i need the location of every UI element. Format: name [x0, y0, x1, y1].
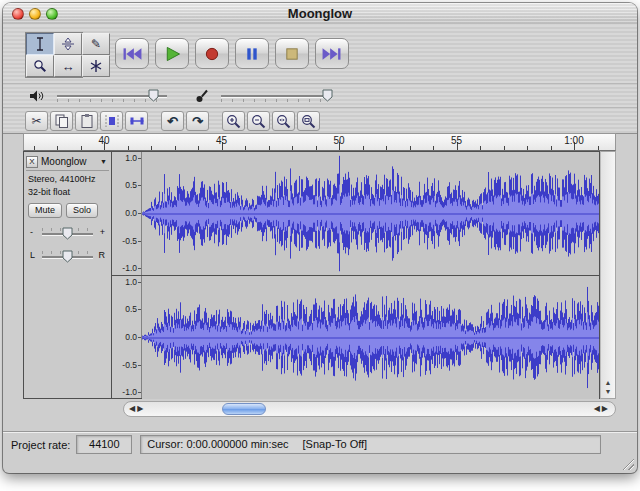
timeshift-tool-button[interactable]: ↔ [54, 55, 82, 77]
skip-to-start-icon [116, 39, 148, 69]
mute-button[interactable]: Mute [28, 203, 62, 218]
status-bar: Project rate: 44100 Cursor: 0:00.000000 … [3, 431, 637, 457]
solo-button[interactable]: Solo [66, 203, 98, 218]
ruler-tick [363, 146, 364, 150]
edit-toolbar: ✂ [3, 107, 637, 134]
trim-button[interactable] [100, 111, 123, 131]
gain-slider[interactable]: - + [30, 226, 105, 241]
zoom-out-icon [250, 113, 268, 129]
pan-right-label: R [99, 250, 106, 260]
multi-tool-button[interactable] [82, 55, 110, 77]
gain-thumb[interactable] [62, 227, 73, 240]
scroll-right-icon: ▶ [137, 404, 145, 413]
trim-icon [103, 113, 121, 129]
ruler-label: 45 [216, 135, 227, 146]
ruler-tick [81, 146, 82, 150]
close-track-button[interactable]: X [26, 156, 38, 168]
scroll-up-icon[interactable]: ▲ [605, 379, 612, 386]
zoom-in-icon [225, 113, 243, 129]
skip-to-start-button[interactable] [115, 38, 149, 69]
left-channel: 1.0 0.5 0.0 -0.5 -1.0 [112, 152, 599, 276]
scale-label: -1.0 [122, 387, 137, 397]
output-volume-thumb[interactable] [148, 89, 159, 102]
input-volume-slider[interactable] [217, 88, 335, 104]
cursor-status-field: Cursor: 0:00.000000 min:sec [Snap-To Off… [140, 435, 601, 454]
redo-button[interactable]: ↷ [186, 111, 209, 131]
hscroll-thumb[interactable] [222, 403, 266, 415]
scroll-down-icon[interactable]: ▼ [605, 388, 612, 395]
ruler-label: 40 [98, 135, 109, 146]
ruler-tick [316, 146, 317, 150]
left-channel-waveform[interactable] [142, 152, 599, 275]
ruler-tick [386, 146, 387, 150]
hscroll-right-arrows[interactable]: ◀▶ [594, 404, 610, 413]
audacity-window: Moonglow ✎ [3, 3, 637, 473]
draw-tool-button[interactable]: ✎ [82, 33, 110, 55]
ruler-tick [410, 146, 411, 150]
skip-to-end-icon [316, 39, 348, 69]
zoom-in-button[interactable] [222, 111, 245, 131]
gain-max-label: + [100, 227, 105, 237]
ibeam-icon [34, 37, 46, 51]
track-menu-arrow-icon[interactable]: ▼ [100, 158, 109, 165]
fit-selection-button[interactable] [272, 111, 295, 131]
resize-grip[interactable] [621, 457, 634, 470]
scroll-left-icon: ◀ [129, 404, 137, 413]
paste-button[interactable] [75, 111, 98, 131]
ruler-tick [551, 146, 552, 150]
right-channel-scale[interactable]: 1.0 0.5 0.0 -0.5 -1.0 [112, 276, 142, 399]
fit-project-button[interactable] [297, 111, 320, 131]
stop-button[interactable] [275, 38, 309, 69]
microphone-icon [195, 88, 209, 104]
ruler-tick [480, 146, 481, 150]
record-icon [196, 39, 228, 69]
pan-left-label: L [30, 250, 35, 260]
silence-button[interactable] [125, 111, 148, 131]
ruler-label: 50 [333, 135, 344, 146]
track-area: X Moonglow ▼ Stereo, 44100Hz 32-bit floa… [23, 151, 616, 399]
ruler-tick [504, 146, 505, 150]
envelope-icon [61, 37, 75, 51]
scale-label: 0.5 [125, 304, 137, 314]
selection-tool-button[interactable] [26, 33, 54, 55]
vertical-scroll-arrows[interactable]: ▲ ▼ [601, 379, 615, 396]
titlebar[interactable]: Moonglow [3, 3, 637, 26]
scale-label: 0.0 [125, 332, 137, 342]
record-button[interactable] [195, 38, 229, 69]
project-rate-field[interactable]: 44100 [76, 435, 132, 454]
right-channel-waveform[interactable] [142, 276, 599, 399]
scissors-icon: ✂ [31, 115, 41, 127]
cursor-position-text: Cursor: 0:00.000000 min:sec [147, 436, 288, 453]
timeline-ruler[interactable]: 404550551:00 [23, 133, 616, 151]
left-channel-scale[interactable]: 1.0 0.5 0.0 -0.5 -1.0 [112, 152, 142, 275]
vertical-scrollbar[interactable]: ▲ ▼ [600, 151, 616, 399]
pan-slider[interactable]: L R [30, 249, 105, 264]
envelope-tool-button[interactable] [54, 33, 82, 55]
scale-label: -0.5 [122, 360, 137, 370]
zoom-out-button[interactable] [247, 111, 270, 131]
track-name[interactable]: Moonglow [38, 156, 100, 167]
undo-button[interactable]: ↶ [161, 111, 184, 131]
scale-label: 1.0 [125, 277, 137, 287]
tool-palette: ✎ ↔ [25, 32, 83, 78]
play-button[interactable] [155, 38, 189, 69]
project-rate-label: Project rate: [11, 439, 70, 451]
pencil-icon: ✎ [91, 38, 101, 50]
hscroll-left-arrows[interactable]: ◀▶ [129, 404, 145, 413]
gain-min-label: - [30, 227, 33, 237]
copy-button[interactable] [50, 111, 73, 131]
ruler-tick [34, 146, 35, 150]
input-volume-thumb[interactable] [322, 89, 333, 102]
zoom-tool-button[interactable] [26, 55, 54, 77]
track-bitdepth-line: 32-bit float [28, 187, 111, 197]
horizontal-scrollbar[interactable]: ◀▶ ◀▶ [123, 401, 616, 417]
output-volume-slider[interactable] [53, 88, 171, 104]
skip-to-end-button[interactable] [315, 38, 349, 69]
pan-thumb[interactable] [62, 250, 73, 263]
ruler-tick [57, 146, 58, 150]
pause-button[interactable] [235, 38, 269, 69]
magnifier-icon [33, 59, 47, 73]
cut-button[interactable]: ✂ [25, 111, 48, 131]
scale-label: 0.0 [125, 208, 137, 218]
scale-label: -0.5 [122, 236, 137, 246]
